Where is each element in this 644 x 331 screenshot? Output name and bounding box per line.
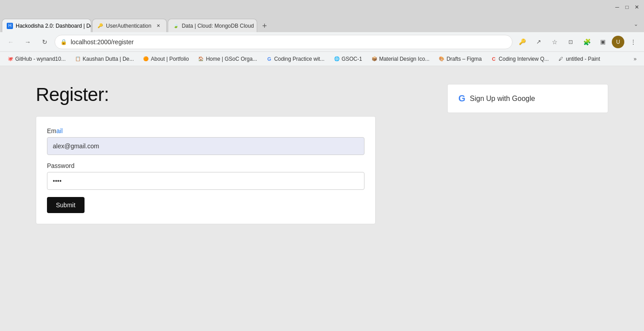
share-button[interactable]: ↗ bbox=[531, 35, 546, 49]
google-g-icon: G bbox=[458, 93, 466, 104]
bookmark-label-portfolio: About | Portfolio bbox=[151, 56, 189, 62]
cast-button[interactable]: ⊡ bbox=[564, 35, 578, 49]
bookmark-favicon-coding-interview: C bbox=[491, 56, 497, 62]
lock-icon: 🔒 bbox=[60, 39, 67, 45]
right-section: G Sign Up with Google bbox=[447, 84, 608, 113]
close-window-button[interactable]: ✕ bbox=[633, 4, 640, 11]
reload-button[interactable]: ↻ bbox=[38, 35, 52, 49]
sidebar-button[interactable]: ▣ bbox=[596, 35, 610, 49]
tab-search-button[interactable]: ⌄ bbox=[630, 18, 642, 30]
tabs-right-controls: ⌄ bbox=[630, 18, 642, 32]
bookmark-label-kaushan: Kaushan Dutta | De... bbox=[83, 56, 134, 62]
bookmark-button[interactable]: ☆ bbox=[547, 35, 562, 49]
bookmark-gsoc1[interactable]: 🌐 GSOC-1 bbox=[330, 54, 366, 64]
navigation-bar: ← → ↻ 🔒 localhost:2000/register 🔑 ↗ ☆ ⊡ … bbox=[0, 32, 644, 52]
bookmark-kaushan[interactable]: 📋 Kaushan Dutta | De... bbox=[71, 54, 138, 64]
tab-label-userauth: UserAuthentication bbox=[106, 23, 151, 29]
tab-userauth[interactable]: 🔑 UserAuthentication ✕ bbox=[92, 19, 167, 32]
bookmark-coding-practice[interactable]: G Coding Practice wit... bbox=[263, 54, 328, 64]
bookmark-label-gsoc-home: Home | GSoC Orga... bbox=[206, 56, 257, 62]
window-controls: ─ □ ✕ bbox=[614, 4, 640, 13]
bookmark-favicon-gsoc1: 🌐 bbox=[334, 56, 340, 62]
maximize-button[interactable]: □ bbox=[623, 4, 631, 11]
bookmark-favicon-kaushan: 📋 bbox=[75, 56, 81, 62]
bookmark-favicon-untitled-paint: 🖊 bbox=[558, 56, 564, 62]
email-label: Email bbox=[47, 127, 364, 134]
back-button[interactable]: ← bbox=[4, 35, 18, 49]
bookmark-label-gsoc1: GSOC-1 bbox=[342, 56, 362, 62]
menu-button[interactable]: ⋮ bbox=[626, 35, 640, 49]
password-manager-button[interactable]: 🔑 bbox=[515, 35, 530, 49]
email-label-highlight: ail bbox=[56, 127, 63, 134]
bookmark-portfolio[interactable]: 🟠 About | Portfolio bbox=[139, 54, 192, 64]
tab-favicon-mongodb: 🍃 bbox=[173, 23, 179, 29]
tab-label-hackodisha: Hackodisha 2.0: Dashboard | Dev... bbox=[16, 23, 91, 29]
tab-mongodb[interactable]: 🍃 Data | Cloud: MongoDB Cloud ✕ bbox=[168, 19, 257, 32]
tab-close-userauth[interactable]: ✕ bbox=[155, 22, 162, 29]
tab-favicon-userauth: 🔑 bbox=[97, 23, 103, 29]
tab-favicon-hackodisha: H bbox=[7, 23, 13, 29]
bookmark-label-material-design: Material Design Ico... bbox=[379, 56, 430, 62]
bookmark-gsoc-home[interactable]: 🏠 Home | GSoC Orga... bbox=[194, 54, 261, 64]
password-label: Password bbox=[47, 162, 364, 169]
bookmark-figma[interactable]: 🎨 Drafts – Figma bbox=[435, 54, 485, 64]
extensions-button[interactable]: 🧩 bbox=[580, 35, 594, 49]
address-bar[interactable]: 🔒 localhost:2000/register bbox=[55, 35, 513, 49]
minimize-button[interactable]: ─ bbox=[614, 4, 621, 11]
bookmarks-more-button[interactable]: » bbox=[630, 54, 640, 64]
submit-button[interactable]: Submit bbox=[47, 197, 85, 213]
tab-hackodisha[interactable]: H Hackodisha 2.0: Dashboard | Dev... ✕ bbox=[2, 19, 91, 32]
bookmark-favicon-coding-practice: G bbox=[266, 56, 272, 62]
title-bar: ─ □ ✕ bbox=[0, 0, 644, 16]
google-signin-text: Sign Up with Google bbox=[470, 95, 535, 103]
bookmark-untitled-paint[interactable]: 🖊 untitled - Paint bbox=[554, 54, 604, 64]
forward-button[interactable]: → bbox=[21, 35, 35, 49]
register-form-card: Email Password Submit bbox=[36, 116, 376, 224]
bookmark-label-coding-practice: Coding Practice wit... bbox=[274, 56, 325, 62]
url-display: localhost:2000/register bbox=[71, 38, 507, 46]
page-title: Register: bbox=[36, 84, 429, 105]
tab-label-mongodb: Data | Cloud: MongoDB Cloud bbox=[182, 23, 254, 29]
bookmark-favicon-material-design: 📦 bbox=[371, 56, 377, 62]
bookmark-label-coding-interview: Coding Interview Q... bbox=[499, 56, 549, 62]
left-section: Register: Email Password Submit bbox=[36, 84, 429, 224]
email-input[interactable] bbox=[47, 137, 364, 155]
bookmark-label-figma: Drafts – Figma bbox=[446, 56, 482, 62]
bookmark-favicon-portfolio: 🟠 bbox=[143, 56, 149, 62]
bookmark-favicon-github: 🐙 bbox=[7, 56, 13, 62]
google-signin-card[interactable]: G Sign Up with Google bbox=[447, 84, 608, 113]
bookmarks-bar: 🐙 GitHub - wynand10... 📋 Kaushan Dutta |… bbox=[0, 52, 644, 66]
page-content: Register: Email Password Submit G Sign U… bbox=[0, 66, 644, 331]
bookmark-material-design[interactable]: 📦 Material Design Ico... bbox=[368, 54, 433, 64]
bookmark-favicon-gsoc-home: 🏠 bbox=[198, 56, 204, 62]
bookmark-favicon-figma: 🎨 bbox=[438, 56, 445, 62]
tabs-row: H Hackodisha 2.0: Dashboard | Dev... ✕ 🔑… bbox=[0, 16, 644, 32]
profile-avatar[interactable]: U bbox=[612, 36, 624, 48]
bookmark-github[interactable]: 🐙 GitHub - wynand10... bbox=[4, 54, 69, 64]
nav-right-buttons: 🔑 ↗ ☆ ⊡ 🧩 ▣ U ⋮ bbox=[515, 35, 640, 49]
bookmark-label-github: GitHub - wynand10... bbox=[15, 56, 66, 62]
bookmark-label-untitled-paint: untitled - Paint bbox=[566, 56, 600, 62]
new-tab-button[interactable]: + bbox=[258, 20, 271, 32]
bookmark-coding-interview[interactable]: C Coding Interview Q... bbox=[487, 54, 552, 64]
password-input[interactable] bbox=[47, 172, 364, 190]
